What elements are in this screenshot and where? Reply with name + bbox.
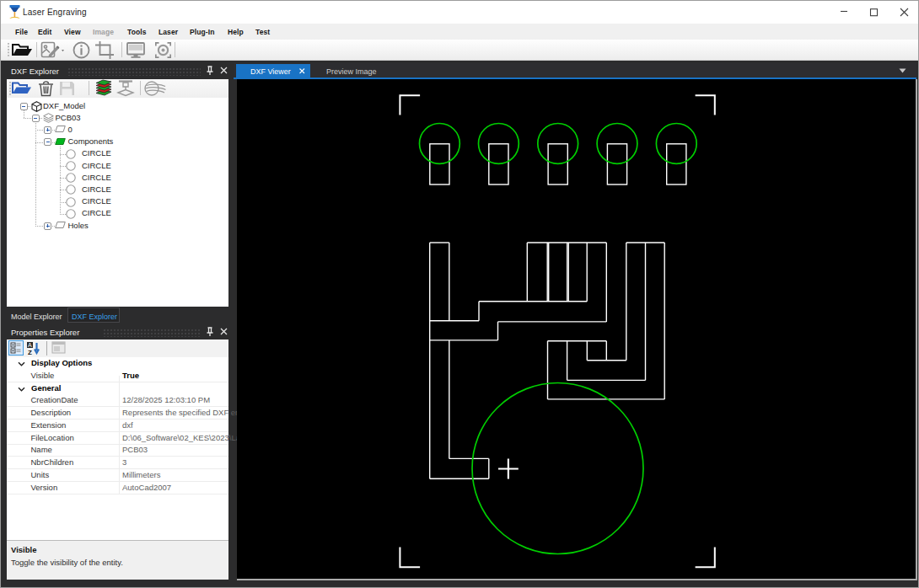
svg-text:Z: Z — [28, 349, 32, 355]
svg-text:A: A — [28, 342, 32, 348]
